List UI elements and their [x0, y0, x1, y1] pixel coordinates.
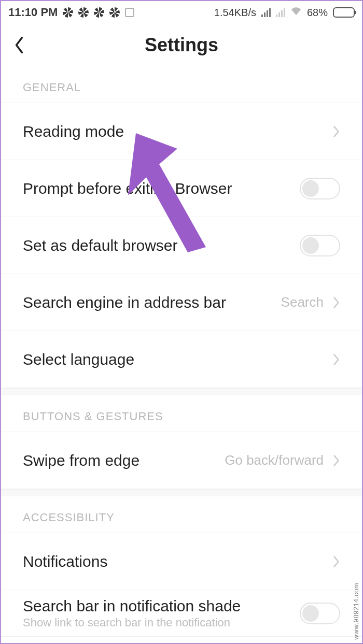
- aperture-icon: [109, 7, 120, 18]
- section-header-general: GENERAL: [1, 66, 362, 103]
- row-default-browser[interactable]: Set as default browser: [1, 217, 362, 274]
- row-label: Search engine in address bar: [23, 294, 226, 311]
- watermark: www.989214.com: [352, 583, 360, 640]
- row-label: Prompt before exiting Browser: [23, 180, 232, 197]
- row-value: Go back/forward: [225, 452, 324, 468]
- aperture-icon: [78, 7, 89, 18]
- row-search-engine[interactable]: Search engine in address bar Search: [1, 274, 362, 331]
- app-header: Settings: [1, 24, 362, 66]
- chevron-right-icon: [333, 555, 340, 568]
- status-battery-pct: 68%: [307, 7, 328, 19]
- toggle-prompt-exit[interactable]: [300, 178, 340, 199]
- chevron-right-icon: [333, 125, 340, 138]
- status-data-rate: 1.54KB/s: [214, 7, 256, 19]
- section-divider: [1, 388, 362, 395]
- toggle-default-browser[interactable]: [300, 235, 340, 256]
- row-label: Reading mode: [23, 123, 124, 140]
- app-badge-icon: [125, 8, 134, 17]
- row-prompt-exit[interactable]: Prompt before exiting Browser: [1, 160, 362, 217]
- section-divider: [1, 489, 362, 496]
- status-bar: 11:10 PM 1.54KB/s 68%: [1, 1, 362, 24]
- section-header-accessibility: ACCESSIBILITY: [1, 496, 362, 533]
- chevron-right-icon: [333, 454, 340, 467]
- back-button[interactable]: [1, 24, 37, 66]
- chevron-right-icon: [333, 296, 340, 309]
- status-left: 11:10 PM: [8, 6, 134, 19]
- row-swipe-edge[interactable]: Swipe from edge Go back/forward: [1, 432, 362, 489]
- row-reading-mode[interactable]: Reading mode: [1, 103, 362, 160]
- row-notifications[interactable]: Notifications: [1, 533, 362, 590]
- chevron-right-icon: [333, 353, 340, 366]
- page-title: Settings: [1, 34, 362, 56]
- row-search-bar-shade[interactable]: Search bar in notification shade Show li…: [1, 590, 362, 637]
- signal-icon: [261, 8, 271, 17]
- row-label: Select language: [23, 351, 134, 368]
- signal-icon-secondary: [276, 8, 285, 17]
- wifi-icon: [290, 7, 302, 19]
- chevron-left-icon: [13, 36, 25, 54]
- row-select-language[interactable]: Select language: [1, 331, 362, 388]
- row-label: Set as default browser: [23, 237, 178, 254]
- section-header-buttons-gestures: BUTTONS & GESTURES: [1, 395, 362, 432]
- battery-icon: [333, 7, 355, 18]
- aperture-icon: [94, 7, 104, 18]
- status-time: 11:10 PM: [8, 6, 58, 19]
- row-sublabel: Show link to search bar in the notificat…: [23, 616, 241, 629]
- aperture-icon: [63, 7, 73, 18]
- status-right: 1.54KB/s 68%: [214, 7, 355, 19]
- row-label: Notifications: [23, 553, 107, 570]
- toggle-search-bar-shade[interactable]: [300, 603, 340, 624]
- row-value: Search: [281, 294, 324, 310]
- row-label: Search bar in notification shade: [23, 597, 241, 615]
- row-label: Swipe from edge: [23, 452, 139, 469]
